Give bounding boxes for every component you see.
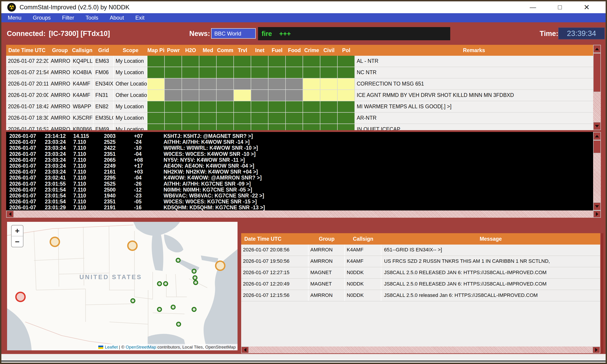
status-cell-pol [338,124,355,130]
ukraine-flag-icon [98,346,103,349]
table-row[interactable]: 2026-01-07 20:08:56AMRRONK4AMF651--GRID … [241,245,600,256]
status-cell-comm [217,78,234,90]
menu-item-tools[interactable]: Tools [86,14,98,21]
terminal-vertical-scrollbar[interactable] [593,132,601,210]
terminal-line: 2026-01-0723:03:247.1102249+17AE4ON: AE4… [6,163,593,169]
table-row[interactable]: 2026-01-07 16:52:26AMRRONKB0B66EM69My Lo… [6,124,593,130]
status-cell-mappin [147,113,165,124]
news-source-select[interactable]: BBC World [211,28,256,39]
cell-remarks: AL - NTR [355,56,593,67]
close-button[interactable]: ✕ [583,4,590,11]
terminal-date: 2026-01-07 [9,199,36,205]
map-marker-green[interactable] [176,322,181,327]
menu-bar: MenuGroupsFilterToolsAboutExit [1,13,606,22]
terminal-msg: NH2KW: NH2KW: K4WOW SNR +04 >] [164,169,258,175]
terminal-horizontal-scrollbar[interactable] [6,210,601,218]
terminal-off: 1940 [104,193,116,199]
scrollbar-track[interactable] [6,210,601,218]
table-row[interactable]: 2026-01-07 18:30:54AMRRONKJ5CRFEM35LGMy … [6,113,593,124]
zoom-out-button[interactable]: − [12,236,23,247]
map-marker-orange[interactable] [127,240,138,251]
station-map[interactable]: UNITED STATES + − Leaflet | © OpenStreet… [7,222,237,350]
map-marker-green[interactable] [157,307,162,312]
map-marker-green[interactable] [171,305,176,310]
scroll-left-button[interactable] [6,210,14,218]
maximize-button[interactable]: □ [558,4,562,11]
cell-message: US FRCS SZD 2 RUSSN TNKRS THIS AM 1 IN C… [381,256,600,267]
status-cell-h2o [182,90,199,101]
terminal-msg: K4WOW: K4WOW: @AMRRON SNR? >] [164,175,262,181]
menu-item-groups[interactable]: Groups [33,14,51,21]
table-row[interactable]: 2026-01-07 12:27:15MAGNETN0DDKJS8CALL 2.… [241,267,600,279]
table-row[interactable]: 2026-01-07 12:15:56AMRRONN0DDKJS8CALL 2.… [241,290,600,301]
status-cell-fuel [269,67,286,78]
status-cell-comm [217,101,234,112]
map-marker-green[interactable] [193,275,197,280]
map-marker-green[interactable] [192,307,196,312]
scroll-down-button[interactable] [593,202,601,210]
messages-horizontal-scrollbar[interactable] [241,347,600,353]
scroll-right-button[interactable] [593,210,601,218]
terminal-freq: 7.110 [73,187,86,193]
table-row[interactable]: 2026-01-07 21:54:11AMRRONKO4BIAFM06My Lo… [6,67,593,78]
scroll-left-button[interactable] [241,347,249,353]
cell-remarks: CORRECTION TO MSG 651 [355,78,593,90]
cell-datetime: 2026-01-07 16:52:26 [6,124,49,130]
map-marker-red[interactable] [15,292,26,302]
zoom-in-button[interactable]: + [12,225,23,236]
scrollbar-thumb[interactable] [593,140,601,153]
scroll-up-button[interactable] [593,45,601,53]
table-row[interactable]: 2026-01-07 22:20:56AMRRONKQ4PLLEM63My Lo… [6,56,593,67]
terminal-snr: -23 [134,193,142,199]
news-group: News: [189,22,210,45]
terminal-date: 2026-01-07 [9,163,36,169]
map-marker-orange[interactable] [215,260,225,271]
scrollbar-track[interactable] [241,347,600,353]
table-row[interactable]: 2026-01-07 12:20:49MAGNETN0DDKJS8CALL 2.… [241,279,600,290]
status-cell-crime [303,101,320,112]
status-cell-trvl [234,124,251,130]
terminal-time: 23:03:24 [45,157,66,163]
menu-item-menu[interactable]: Menu [8,14,21,21]
terminal-date: 2026-01-07 [9,205,36,210]
scroll-right-button[interactable] [593,347,600,353]
column-header-med: Med [199,45,217,56]
rx-traffic-terminal[interactable]: 2026-01-0723:14:1214.1152003+07K5HTJ: K5… [6,132,593,210]
map-marker-orange[interactable] [50,237,60,247]
openstreetmap-link[interactable]: OpenStreetMap [126,345,156,350]
cell-callsign: KQ4PLL [71,56,93,67]
news-label: News: [189,30,210,38]
scrollbar-thumb[interactable] [593,53,601,92]
status-cell-h2o [182,67,199,78]
minimize-button[interactable]: — [530,4,536,11]
terminal-freq: 7.110 [73,145,86,151]
map-marker-green[interactable] [192,269,196,274]
menu-item-exit[interactable]: Exit [135,14,144,21]
table-row[interactable]: 2026-01-07 20:00:11AMRRONK4AMFFN31Other … [6,90,593,101]
status-cell-mappin [147,90,165,101]
map-marker-green[interactable] [163,281,168,286]
map-marker-green[interactable] [193,280,198,285]
scroll-down-button[interactable] [593,122,601,130]
messages-vertical-scrollbar[interactable] [600,233,603,353]
status-cell-trvl [234,78,251,90]
cell-grid: EM35LG [93,113,114,124]
menu-item-filter[interactable]: Filter [62,14,74,21]
table-row[interactable]: 2026-01-07 18:42:13AMRRONW8APPEN82My Loc… [6,101,593,113]
table-row[interactable]: 2026-01-07 19:50:56AMRRONK4AMFUS FRCS SZ… [241,256,600,267]
reports-vertical-scrollbar[interactable] [593,45,601,130]
leaflet-link[interactable]: Leaflet [105,345,118,350]
terminal-freq: 7.110 [73,163,86,169]
map-marker-green[interactable] [130,298,135,303]
status-cell-powr [165,90,182,101]
map-marker-green[interactable] [176,258,181,263]
table-row[interactable]: 2026-01-07 20:11:56AMRRONK4AMFEN34IXOthe… [6,78,593,90]
cell-group: AMRRON [49,101,71,112]
status-cell-trvl [234,101,251,112]
menu-item-about[interactable]: About [110,14,124,21]
map-marker-green[interactable] [157,281,162,286]
status-cell-mappin [147,67,165,78]
terminal-freq: 7.110 [73,169,86,175]
status-cell-mappin [147,101,165,112]
scroll-up-button[interactable] [593,132,601,140]
